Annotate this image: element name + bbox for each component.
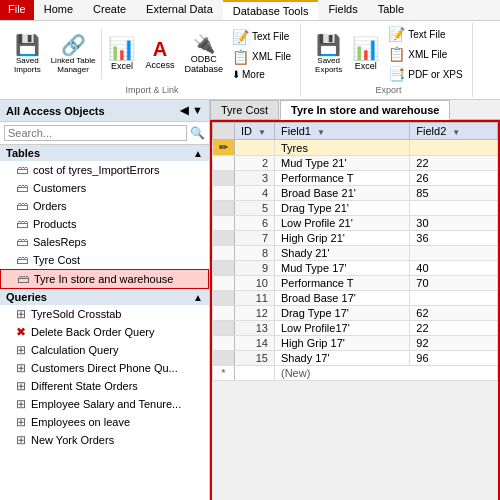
cell-field1[interactable]: High Grip 17' bbox=[275, 336, 410, 351]
cell-id[interactable]: 4 bbox=[235, 186, 275, 201]
table-row[interactable]: 5Drag Type 21' bbox=[213, 201, 498, 216]
cell-id[interactable]: 3 bbox=[235, 171, 275, 186]
table-row[interactable]: 12Drag Type 17'62 bbox=[213, 306, 498, 321]
tables-section-header[interactable]: Tables ▲ bbox=[0, 145, 209, 161]
menu-icon[interactable]: ▼ bbox=[192, 104, 203, 117]
cell-field2[interactable]: 85 bbox=[410, 186, 498, 201]
xml-file-export-button[interactable]: 📋 XML File bbox=[385, 45, 465, 63]
cell-field2[interactable] bbox=[410, 246, 498, 261]
nav-item-customers[interactable]: 🗃 Customers bbox=[0, 179, 209, 197]
cell-field1[interactable]: Drag Type 21' bbox=[275, 201, 410, 216]
table-row[interactable]: 11Broad Base 17' bbox=[213, 291, 498, 306]
excel-import-button[interactable]: 📊 Excel bbox=[104, 36, 139, 73]
queries-section-header[interactable]: Queries ▲ bbox=[0, 289, 209, 305]
cell-field1[interactable]: Low Profile17' bbox=[275, 321, 410, 336]
cell-id[interactable]: 11 bbox=[235, 291, 275, 306]
cell-field1[interactable]: High Grip 21' bbox=[275, 231, 410, 246]
cell-field1[interactable]: Mud Type 21' bbox=[275, 156, 410, 171]
linked-table-button[interactable]: 🔗 Linked TableManager bbox=[47, 33, 100, 76]
nav-item-tyresold[interactable]: ⊞ TyreSold Crosstab bbox=[0, 305, 209, 323]
more-import-button[interactable]: ⬇ More bbox=[229, 68, 294, 81]
collapse-icon[interactable]: ◀ bbox=[180, 104, 188, 117]
cell-id[interactable] bbox=[235, 140, 275, 156]
pdf-export-button[interactable]: 📑 PDF or XPS bbox=[385, 65, 465, 83]
table-row[interactable]: 4Broad Base 21'85 bbox=[213, 186, 498, 201]
cell-id[interactable]: 9 bbox=[235, 261, 275, 276]
cell-field1[interactable]: Shady 21' bbox=[275, 246, 410, 261]
cell-id[interactable]: 8 bbox=[235, 246, 275, 261]
cell-field2[interactable]: 70 bbox=[410, 276, 498, 291]
table-row[interactable]: 15Shady 17'96 bbox=[213, 351, 498, 366]
nav-item-tyre-in-store[interactable]: 🗃 Tyre In store and warehouse bbox=[0, 269, 209, 289]
nav-item-cost-of-tyres[interactable]: 🗃 cost of tyres_ImportErrors bbox=[0, 161, 209, 179]
table-row[interactable]: 14High Grip 17'92 bbox=[213, 336, 498, 351]
nav-item-newyork-orders[interactable]: ⊞ New York Orders bbox=[0, 431, 209, 449]
cell-field2[interactable]: 36 bbox=[410, 231, 498, 246]
nav-item-employee-salary[interactable]: ⊞ Employee Salary and Tenure... bbox=[0, 395, 209, 413]
search-input[interactable] bbox=[4, 125, 187, 141]
new-row[interactable]: *(New) bbox=[213, 366, 498, 381]
col-header-field2[interactable]: Field2 ▼ bbox=[410, 123, 498, 140]
col-header-field1[interactable]: Field1 ▼ bbox=[275, 123, 410, 140]
nav-item-customers-direct[interactable]: ⊞ Customers Direct Phone Qu... bbox=[0, 359, 209, 377]
excel-export-button[interactable]: 📊 Excel bbox=[348, 36, 383, 73]
cell-field1[interactable]: Drag Type 17' bbox=[275, 306, 410, 321]
cell-field2[interactable]: 92 bbox=[410, 336, 498, 351]
tab-home[interactable]: Home bbox=[34, 0, 83, 20]
table-row[interactable]: 13Low Profile17'22 bbox=[213, 321, 498, 336]
cell-field2[interactable] bbox=[410, 201, 498, 216]
tab-tyre-in-store[interactable]: Tyre In store and warehouse bbox=[280, 100, 450, 120]
cell-field2[interactable] bbox=[410, 291, 498, 306]
cell-id[interactable]: 12 bbox=[235, 306, 275, 321]
cell-field1[interactable]: Mud Type 17' bbox=[275, 261, 410, 276]
tab-create[interactable]: Create bbox=[83, 0, 136, 20]
table-row[interactable]: 7High Grip 21'36 bbox=[213, 231, 498, 246]
text-file-import-button[interactable]: 📝 Text File bbox=[229, 28, 294, 46]
table-row[interactable]: ✏Tyres bbox=[213, 140, 498, 156]
cell-id[interactable]: 6 bbox=[235, 216, 275, 231]
cell-field1[interactable]: Broad Base 17' bbox=[275, 291, 410, 306]
new-row-field1[interactable]: (New) bbox=[275, 366, 498, 381]
text-file-export-button[interactable]: 📝 Text File bbox=[385, 25, 465, 43]
cell-field2[interactable]: 40 bbox=[410, 261, 498, 276]
nav-item-employees-leave[interactable]: ⊞ Employees on leave bbox=[0, 413, 209, 431]
cell-field2[interactable] bbox=[410, 140, 498, 156]
tab-fields[interactable]: Fields bbox=[318, 0, 367, 20]
table-row[interactable]: 3Performance T26 bbox=[213, 171, 498, 186]
cell-field1[interactable]: Broad Base 21' bbox=[275, 186, 410, 201]
nav-item-orders[interactable]: 🗃 Orders bbox=[0, 197, 209, 215]
table-row[interactable]: 8Shady 21' bbox=[213, 246, 498, 261]
cell-id[interactable]: 10 bbox=[235, 276, 275, 291]
xml-file-import-button[interactable]: 📋 XML File bbox=[229, 48, 294, 66]
cell-id[interactable]: 5 bbox=[235, 201, 275, 216]
tab-file[interactable]: File bbox=[0, 0, 34, 20]
nav-item-different-state[interactable]: ⊞ Different State Orders bbox=[0, 377, 209, 395]
cell-field2[interactable]: 30 bbox=[410, 216, 498, 231]
tab-database-tools[interactable]: Database Tools bbox=[223, 0, 319, 20]
col-header-id[interactable]: ID ▼ bbox=[235, 123, 275, 140]
cell-id[interactable]: 15 bbox=[235, 351, 275, 366]
odbc-button[interactable]: 🔌 ODBCDatabase bbox=[180, 33, 227, 76]
cell-field1[interactable]: Low Profile 21' bbox=[275, 216, 410, 231]
table-row[interactable]: 6Low Profile 21'30 bbox=[213, 216, 498, 231]
cell-id[interactable]: 13 bbox=[235, 321, 275, 336]
tab-external-data[interactable]: External Data bbox=[136, 0, 223, 20]
nav-item-tyre-cost[interactable]: 🗃 Tyre Cost bbox=[0, 251, 209, 269]
cell-id[interactable]: 14 bbox=[235, 336, 275, 351]
cell-field2[interactable]: 22 bbox=[410, 321, 498, 336]
cell-field2[interactable]: 26 bbox=[410, 171, 498, 186]
cell-field1[interactable]: Performance T bbox=[275, 276, 410, 291]
cell-field1[interactable]: Performance T bbox=[275, 171, 410, 186]
cell-field2[interactable]: 22 bbox=[410, 156, 498, 171]
cell-field1[interactable]: Shady 17' bbox=[275, 351, 410, 366]
nav-item-salesreps[interactable]: 🗃 SalesReps bbox=[0, 233, 209, 251]
cell-field2[interactable]: 96 bbox=[410, 351, 498, 366]
tab-tyre-cost[interactable]: Tyre Cost bbox=[210, 100, 279, 119]
table-row[interactable]: 2Mud Type 21'22 bbox=[213, 156, 498, 171]
tab-table[interactable]: Table bbox=[368, 0, 414, 20]
saved-exports-button[interactable]: 💾 SavedExports bbox=[311, 33, 346, 76]
cell-id[interactable]: 7 bbox=[235, 231, 275, 246]
cell-field2[interactable]: 62 bbox=[410, 306, 498, 321]
access-import-button[interactable]: A Access bbox=[141, 37, 178, 72]
nav-item-calculation[interactable]: ⊞ Calculation Query bbox=[0, 341, 209, 359]
